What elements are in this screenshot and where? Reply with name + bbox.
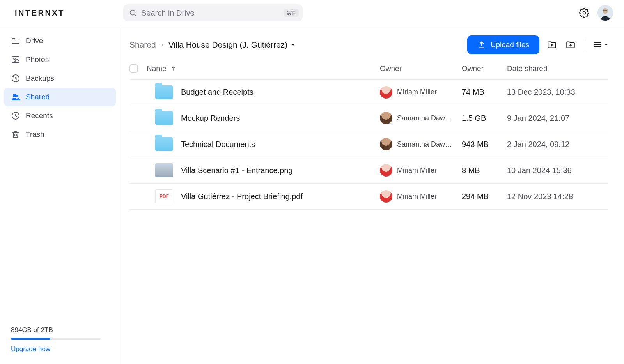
file-row[interactable]: Technical DocumentsSamantha Daw…943 MB2 …	[129, 131, 608, 157]
owner-cell: Samantha Daw…	[380, 112, 462, 124]
svg-point-9	[16, 95, 18, 97]
nav-item-photos[interactable]: Photos	[4, 50, 116, 69]
chevron-right-icon	[160, 40, 165, 49]
owner-name: Samantha Daw…	[397, 140, 452, 148]
column-owner-header[interactable]: Owner	[380, 64, 462, 73]
nav-item-shared[interactable]: Shared	[4, 88, 116, 106]
search-container: ⌘F	[123, 4, 303, 21]
date-cell: 13 Dec 2023, 10:33	[507, 88, 608, 97]
column-date-header[interactable]: Date shared	[507, 64, 608, 73]
storage-fill	[11, 338, 50, 340]
owner-cell: Samantha Daw…	[380, 138, 462, 150]
owner-name: Miriam Miller	[397, 193, 437, 201]
svg-point-8	[13, 94, 16, 97]
upload-icon	[477, 41, 486, 49]
folder-icon	[155, 137, 173, 151]
upload-button-label: Upload files	[491, 41, 529, 49]
file-row[interactable]: Villa Scenario #1 - Entrance.pngMiriam M…	[129, 157, 608, 184]
folder-icon	[155, 111, 173, 125]
search-input[interactable]	[141, 9, 280, 18]
date-cell: 12 Nov 2023 14:28	[507, 192, 608, 201]
nav-label: Backups	[26, 74, 54, 83]
owner-name: Miriam Miller	[397, 166, 437, 175]
search-input-wrap[interactable]: ⌘F	[123, 4, 303, 21]
profile-avatar[interactable]	[597, 5, 613, 21]
toolbar-divider	[585, 39, 585, 50]
file-name: Budget and Receipts	[181, 88, 254, 97]
storage-text: 894GB of 2TB	[11, 326, 109, 334]
svg-point-2	[583, 12, 586, 14]
nav-label: Shared	[26, 93, 50, 101]
new-folder-button[interactable]	[564, 39, 577, 51]
size-cell: 8 MB	[462, 166, 507, 175]
svg-point-0	[130, 10, 135, 15]
file-row[interactable]: Budget and ReceiptsMiriam Miller74 MB13 …	[129, 79, 608, 105]
nav-item-trash[interactable]: Trash	[4, 125, 116, 144]
upload-to-folder-button[interactable]	[546, 39, 558, 51]
nav-item-recents[interactable]: Recents	[4, 106, 116, 125]
breadcrumb: Shared Villa House Design (J. Gutiérrez)	[129, 40, 296, 49]
owner-name: Samantha Daw…	[397, 114, 452, 122]
folder-upload-icon	[547, 40, 557, 50]
owner-avatar	[380, 138, 392, 150]
column-size-header[interactable]: Owner	[462, 64, 507, 73]
file-name-cell: Mockup Renders	[155, 111, 380, 125]
date-cell: 2 Jan 2024, 09:12	[507, 140, 608, 149]
size-cell: 74 MB	[462, 88, 507, 97]
column-name-header[interactable]: Name	[147, 64, 380, 73]
image-icon	[11, 55, 20, 64]
breadcrumb-current-label: Villa House Design (J. Gutiérrez)	[168, 40, 287, 49]
owner-avatar	[380, 86, 392, 99]
app-logo: INTERNXT	[15, 9, 108, 18]
topbar: INTERNXT ⌘F	[0, 0, 624, 26]
nav-label: Trash	[26, 130, 44, 139]
file-rows: Budget and ReceiptsMiriam Miller74 MB13 …	[129, 79, 608, 210]
pdf-icon: PDF	[155, 189, 173, 203]
file-name-cell: Villa Scenario #1 - Entrance.png	[155, 163, 380, 177]
upgrade-link[interactable]: Upgrade now	[11, 345, 109, 353]
settings-button[interactable]	[579, 7, 590, 18]
file-name: Technical Documents	[181, 140, 255, 149]
nav-item-drive[interactable]: Drive	[4, 32, 116, 50]
breadcrumb-root[interactable]: Shared	[129, 40, 156, 49]
svg-point-7	[14, 58, 15, 60]
owner-avatar	[380, 112, 392, 124]
file-row[interactable]: PDFVilla Gutiérrez - Project Briefing.pd…	[129, 184, 608, 210]
list-view-icon	[593, 40, 602, 49]
nav-label: Recents	[26, 111, 53, 120]
sidebar-footer: 894GB of 2TB Upgrade now	[4, 326, 116, 356]
breadcrumb-current[interactable]: Villa House Design (J. Gutiérrez)	[168, 40, 296, 49]
svg-rect-5	[603, 10, 607, 11]
folder-add-icon	[566, 40, 576, 50]
storage-bar	[11, 338, 101, 340]
owner-avatar	[380, 190, 392, 203]
sort-asc-icon	[170, 65, 177, 72]
owner-avatar	[380, 164, 392, 177]
size-cell: 943 MB	[462, 140, 507, 149]
search-shortcut: ⌘F	[284, 9, 299, 17]
file-name-cell: Technical Documents	[155, 137, 380, 151]
owner-cell: Miriam Miller	[380, 190, 462, 203]
gear-icon	[579, 8, 589, 18]
image-thumbnail	[155, 163, 173, 177]
trash-icon	[11, 130, 20, 139]
upload-button[interactable]: Upload files	[467, 35, 539, 54]
nav-item-backups[interactable]: Backups	[4, 69, 116, 88]
content-toolbar: Shared Villa House Design (J. Gutiérrez)…	[129, 35, 608, 54]
caret-down-icon	[291, 42, 296, 48]
view-toggle[interactable]	[593, 40, 608, 49]
size-cell: 294 MB	[462, 192, 507, 201]
main-content: Shared Villa House Design (J. Gutiérrez)…	[120, 26, 624, 364]
select-all-checkbox[interactable]	[129, 64, 138, 73]
folder-icon	[155, 85, 173, 99]
caret-down-icon	[604, 42, 608, 47]
nav-label: Photos	[26, 55, 49, 64]
file-row[interactable]: Mockup RendersSamantha Daw…1.5 GB9 Jan 2…	[129, 105, 608, 131]
nav-label: Drive	[26, 37, 43, 45]
clock-icon	[11, 111, 20, 120]
users-icon	[11, 92, 20, 102]
owner-cell: Miriam Miller	[380, 86, 462, 99]
topbar-actions	[579, 5, 613, 21]
file-name-cell: Budget and Receipts	[155, 85, 380, 99]
toolbar-right: Upload files	[467, 35, 608, 54]
